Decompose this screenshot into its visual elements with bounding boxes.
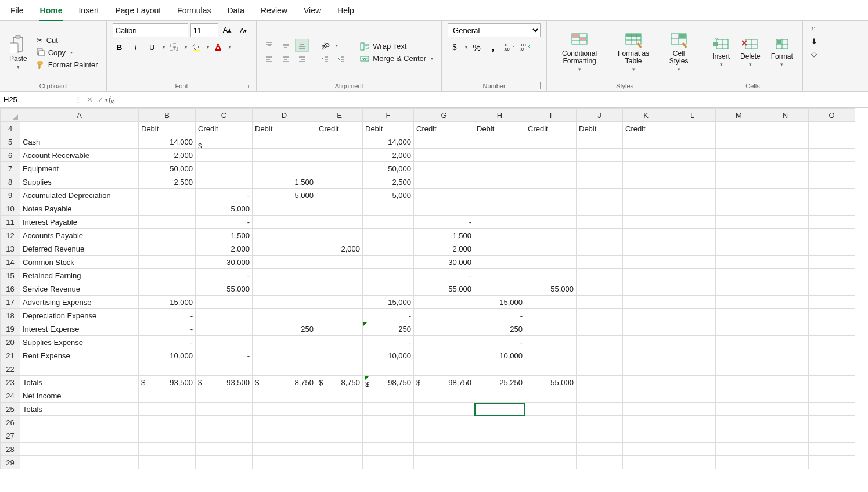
cell-O24[interactable]: [809, 389, 855, 403]
cell-H16[interactable]: [474, 282, 525, 296]
cell-D28[interactable]: [253, 443, 316, 456]
cell-O19[interactable]: [809, 322, 855, 336]
menu-page-layout[interactable]: Page Layout: [114, 3, 162, 20]
cell-N24[interactable]: [762, 389, 809, 403]
cell-G26[interactable]: [414, 416, 474, 429]
cell-A18[interactable]: Depreciation Expense: [20, 309, 139, 322]
comma-format-button[interactable]: ,: [486, 41, 500, 53]
cell-H15[interactable]: [474, 269, 525, 282]
cell-C11[interactable]: -: [196, 216, 253, 229]
clipboard-launcher[interactable]: [93, 82, 100, 89]
cell-A24[interactable]: Net Income: [20, 389, 139, 403]
cell-L14[interactable]: [669, 256, 716, 269]
cell-O13[interactable]: [809, 242, 855, 256]
cell-J29[interactable]: [577, 456, 623, 469]
col-header-D[interactable]: D: [253, 109, 316, 122]
cell-J17[interactable]: [577, 296, 623, 309]
cell-A19[interactable]: Interest Expense: [20, 322, 139, 336]
cell-M18[interactable]: [716, 309, 762, 322]
cell-G9[interactable]: [414, 189, 474, 202]
cell-K19[interactable]: [623, 322, 669, 336]
cell-I13[interactable]: [525, 242, 577, 256]
row-header-8[interactable]: 8: [1, 175, 20, 189]
cell-I8[interactable]: [525, 175, 577, 189]
cell-K13[interactable]: [623, 242, 669, 256]
cell-M10[interactable]: [716, 202, 762, 216]
cell-N22[interactable]: [762, 362, 809, 376]
cell-J8[interactable]: [577, 175, 623, 189]
cell-K11[interactable]: [623, 216, 669, 229]
cell-H8[interactable]: [474, 175, 525, 189]
cell-F23[interactable]: 98,750: [363, 376, 414, 389]
accounting-format-button[interactable]: $: [448, 41, 462, 53]
cell-E22[interactable]: [316, 362, 363, 376]
cell-D20[interactable]: [253, 336, 316, 349]
cell-C13[interactable]: 2,000: [196, 242, 253, 256]
cell-D13[interactable]: [253, 242, 316, 256]
cell-I29[interactable]: [525, 456, 577, 469]
cell-N26[interactable]: [762, 416, 809, 429]
cell-B14[interactable]: [139, 256, 196, 269]
cell-G19[interactable]: [414, 322, 474, 336]
cell-D5[interactable]: [253, 135, 316, 149]
cell-G11[interactable]: -: [414, 216, 474, 229]
cell-G12[interactable]: 1,500: [414, 229, 474, 242]
cell-A6[interactable]: Account Receivable: [20, 149, 139, 162]
cell-K14[interactable]: [623, 256, 669, 269]
cell-I22[interactable]: [525, 362, 577, 376]
cell-M22[interactable]: [716, 362, 762, 376]
cell-B7[interactable]: 50,000: [139, 162, 196, 175]
cell-K12[interactable]: [623, 229, 669, 242]
cell-D7[interactable]: [253, 162, 316, 175]
chevron-down-icon[interactable]: ▾: [431, 56, 433, 61]
cell-M16[interactable]: [716, 282, 762, 296]
cell-O22[interactable]: [809, 362, 855, 376]
row-header-5[interactable]: 5: [1, 135, 20, 149]
cell-H11[interactable]: [474, 216, 525, 229]
chevron-down-icon[interactable]: ▾: [70, 50, 73, 55]
cell-C27[interactable]: [196, 429, 253, 443]
cell-L26[interactable]: [669, 416, 716, 429]
cell-L4[interactable]: [669, 122, 716, 135]
cell-M5[interactable]: [716, 135, 762, 149]
cell-A11[interactable]: Interest Payable: [20, 216, 139, 229]
decrease-font-button[interactable]: A▾: [236, 24, 250, 37]
cell-J28[interactable]: [577, 443, 623, 456]
cell-D11[interactable]: [253, 216, 316, 229]
cell-D18[interactable]: [253, 309, 316, 322]
cell-M20[interactable]: [716, 336, 762, 349]
menu-data[interactable]: Data: [226, 3, 246, 20]
cell-E8[interactable]: [316, 175, 363, 189]
menu-view[interactable]: View: [302, 3, 322, 20]
cell-O28[interactable]: [809, 443, 855, 456]
cell-F21[interactable]: 10,000: [363, 349, 414, 362]
cell-K5[interactable]: [623, 135, 669, 149]
increase-decimal-button[interactable]: .0.00: [502, 41, 516, 53]
cell-O16[interactable]: [809, 282, 855, 296]
cell-K21[interactable]: [623, 349, 669, 362]
formula-input[interactable]: [120, 92, 868, 107]
cell-B23[interactable]: 93,500: [139, 376, 196, 389]
cell-C19[interactable]: [196, 322, 253, 336]
cell-F7[interactable]: 50,000: [363, 162, 414, 175]
cell-B21[interactable]: 10,000: [139, 349, 196, 362]
row-header-7[interactable]: 7: [1, 162, 20, 175]
menu-insert[interactable]: Insert: [77, 3, 100, 20]
cell-H14[interactable]: [474, 256, 525, 269]
cell-C8[interactable]: [196, 175, 253, 189]
col-header-N[interactable]: N: [762, 109, 809, 122]
cell-B13[interactable]: [139, 242, 196, 256]
cell-L22[interactable]: [669, 362, 716, 376]
cell-M14[interactable]: [716, 256, 762, 269]
cell-E16[interactable]: [316, 282, 363, 296]
cell-E23[interactable]: 8,750: [316, 376, 363, 389]
cell-L15[interactable]: [669, 269, 716, 282]
cell-A28[interactable]: [20, 443, 139, 456]
cell-H4[interactable]: Debit: [474, 122, 525, 135]
conditional-formatting-button[interactable]: Conditional Formatting▾: [553, 31, 606, 73]
cell-B24[interactable]: [139, 389, 196, 403]
row-header-24[interactable]: 24: [1, 389, 20, 403]
align-right-button[interactable]: [295, 53, 309, 66]
cell-M17[interactable]: [716, 296, 762, 309]
cell-D14[interactable]: [253, 256, 316, 269]
